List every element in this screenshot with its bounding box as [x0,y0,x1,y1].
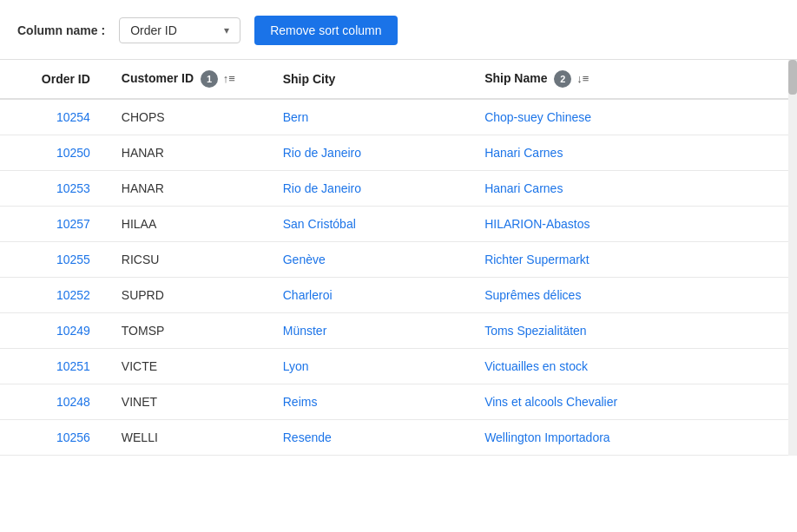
cell-customer-id: HILAA [111,207,273,242]
cell-ship-name: Hanari Carnes [474,135,797,171]
table-row: 10256WELLIResendeWellington Importadora [0,420,797,456]
table-header-row: Order ID Customer ID 1 ↑≡ Ship City Ship… [0,60,797,99]
cell-ship-name: Richter Supermarkt [474,242,797,278]
cell-ship-city: Bern [273,99,474,135]
cell-customer-id: SUPRD [111,278,273,313]
customer-id-sort-badge: 1 [201,70,218,88]
cell-ship-city: Reims [273,384,474,420]
cell-ship-name: Toms Spezialitäten [474,313,797,349]
cell-customer-id: HANAR [111,135,273,171]
cell-ship-city: Rio de Janeiro [273,135,474,171]
cell-customer-id: WELLI [111,420,273,456]
column-name-label: Column name : [17,23,105,37]
cell-order-id: 10253 [0,171,111,207]
cell-order-id: 10255 [0,242,111,278]
cell-customer-id: CHOPS [111,99,273,135]
cell-ship-city: Rio de Janeiro [273,171,474,207]
column-header-ship-city: Ship City [273,60,474,99]
cell-ship-name: HILARION-Abastos [474,207,797,242]
column-header-customer-id: Customer ID 1 ↑≡ [111,60,273,99]
cell-ship-city: San Cristóbal [273,207,474,242]
table-row: 10248VINETReimsVins et alcools Chevalier [0,384,797,420]
ship-name-sort-icon[interactable]: ↓≡ [576,72,589,85]
scrollbar-track[interactable] [788,60,797,456]
cell-order-id: 10254 [0,99,111,135]
cell-ship-name: Wellington Importadora [474,420,797,456]
cell-order-id: 10257 [0,207,111,242]
cell-ship-name: Victuailles en stock [474,349,797,384]
column-name-dropdown[interactable]: Order ID ▾ [119,17,240,43]
cell-ship-city: Resende [273,420,474,456]
scrollbar-thumb[interactable] [788,60,797,95]
chevron-down-icon: ▾ [224,24,229,36]
column-header-ship-name: Ship Name 2 ↓≡ [474,60,797,99]
column-header-order-id: Order ID [0,60,111,99]
cell-customer-id: RICSU [111,242,273,278]
dropdown-value: Order ID [130,23,177,37]
customer-id-sort-icon[interactable]: ↑≡ [223,72,235,85]
cell-order-id: 10249 [0,313,111,349]
table-row: 10257HILAASan CristóbalHILARION-Abastos [0,207,797,242]
table-row: 10252SUPRDCharleroiSuprêmes délices [0,278,797,313]
cell-order-id: 10250 [0,135,111,171]
table-wrapper: Order ID Customer ID 1 ↑≡ Ship City Ship… [0,60,797,456]
cell-ship-name: Chop-suey Chinese [474,99,797,135]
cell-ship-city: Lyon [273,349,474,384]
remove-sort-column-button[interactable]: Remove sort column [254,16,397,45]
cell-order-id: 10251 [0,349,111,384]
cell-order-id: 10248 [0,384,111,420]
table-row: 10250HANARRio de JaneiroHanari Carnes [0,135,797,171]
table-row: 10249TOMSPMünsterToms Spezialitäten [0,313,797,349]
table-row: 10253HANARRio de JaneiroHanari Carnes [0,171,797,207]
cell-ship-name: Suprêmes délices [474,278,797,313]
cell-ship-city: Münster [273,313,474,349]
cell-order-id: 10252 [0,278,111,313]
cell-customer-id: VINET [111,384,273,420]
cell-ship-name: Hanari Carnes [474,171,797,207]
table-row: 10251VICTELyonVictuailles en stock [0,349,797,384]
cell-ship-name: Vins et alcools Chevalier [474,384,797,420]
ship-name-sort-badge: 2 [554,70,571,88]
top-controls: Column name : Order ID ▾ Remove sort col… [0,0,797,59]
table-row: 10254CHOPSBernChop-suey Chinese [0,99,797,135]
cell-order-id: 10256 [0,420,111,456]
cell-ship-city: Charleroi [273,278,474,313]
table-row: 10255RICSUGenèveRichter Supermarkt [0,242,797,278]
data-table: Order ID Customer ID 1 ↑≡ Ship City Ship… [0,60,797,456]
cell-customer-id: TOMSP [111,313,273,349]
cell-customer-id: VICTE [111,349,273,384]
cell-ship-city: Genève [273,242,474,278]
cell-customer-id: HANAR [111,171,273,207]
